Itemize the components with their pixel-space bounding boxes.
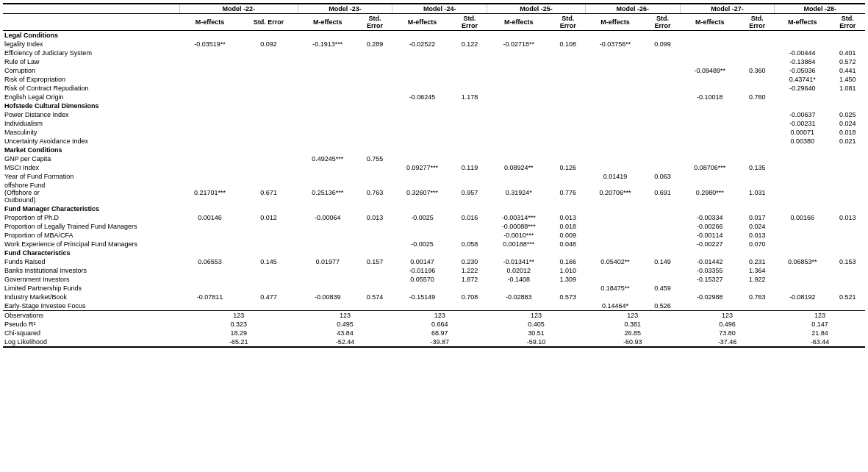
label-rule-of-law: Rule of Law [3, 57, 180, 66]
row-msci: MSCI Index 0.09277*** 0.119 0.08924** 0.… [3, 163, 865, 172]
val: 0.573 [550, 293, 585, 301]
val-r2-24: 0.664 [392, 320, 487, 329]
val: -0.00064 [298, 213, 357, 222]
row-uncertainty: Uncertainty Avoidance Index 0.00380 0.02… [3, 137, 865, 146]
val: 0.126 [550, 163, 585, 172]
model-28-header: Model -28- [775, 4, 865, 14]
val: -0.15327 [680, 275, 739, 284]
val: 0.755 [357, 154, 392, 163]
val: 0.058 [452, 240, 487, 248]
val: -0.0025 [392, 240, 452, 248]
val: 0.526 [645, 301, 680, 311]
row-english-legal: English Legal Origin -0.06245 1.178 -0.1… [3, 93, 865, 101]
val: -0.03355 [680, 266, 739, 275]
val: 0.063 [645, 172, 680, 181]
val: -0.05036 [775, 66, 831, 75]
val: -0.15149 [392, 293, 452, 301]
val: 0.122 [452, 40, 487, 49]
row-efficiency: Efficiency of Judiciary System -0.00444 … [3, 49, 865, 57]
val-obs-22: 123 [180, 311, 298, 321]
label-observations: Observations [3, 311, 180, 321]
val: 1.031 [740, 181, 775, 204]
row-masculinity: Masculinity 0.00071 0.018 [3, 128, 865, 137]
val: 0.092 [240, 40, 298, 49]
val: 0.25136*** [298, 181, 357, 204]
m28-error-header: Std.Error [831, 14, 865, 31]
val [775, 40, 831, 49]
val: 0.574 [357, 293, 392, 301]
val: 0.477 [240, 293, 298, 301]
regression-table: Model -22- Model -23- Model -24- Model -… [3, 3, 865, 348]
val-obs-24: 123 [392, 311, 487, 321]
val-ll-25: -59.10 [487, 337, 586, 347]
val-ll-23: -52.44 [298, 337, 392, 347]
label-uncertainty: Uncertainty Avoidance Index [3, 137, 180, 146]
val: 0.021 [831, 137, 865, 146]
val: -0.00088*** [487, 222, 550, 231]
model-24-header: Model -24- [392, 4, 487, 14]
val: 0.31924* [487, 181, 550, 204]
val: 0.00147 [392, 257, 452, 266]
section-legal-conditions: Legal Conditions [3, 31, 865, 40]
section-label-fund-manager: Fund Manager Characteristics [3, 204, 865, 213]
val: 0.013 [831, 213, 865, 222]
val-ll-28: -63.44 [775, 337, 865, 347]
label-gnp: GNP per Capita [3, 154, 180, 163]
label-limited: Limited Partnership Funds [3, 284, 180, 293]
val: -0.29640 [775, 84, 831, 93]
val: 0.119 [452, 163, 487, 172]
val: 1.450 [831, 75, 865, 84]
val: -0.02718** [487, 40, 550, 49]
val-obs-25: 123 [487, 311, 586, 321]
val: 0.099 [645, 40, 680, 49]
val: 0.760 [740, 93, 775, 101]
val-obs-27: 123 [680, 311, 775, 321]
label-power-distance: Power Distance Index [3, 110, 180, 119]
val: 0.459 [645, 284, 680, 293]
val: -0.0010*** [487, 231, 550, 240]
val-chi-26: 26.85 [585, 329, 680, 337]
val: 0.05570 [392, 275, 452, 284]
val: 0.43741* [775, 75, 831, 84]
val: 0.013 [550, 213, 585, 222]
row-work-experience: Work Experience of Principal Fund Manage… [3, 240, 865, 248]
section-market: Market Conditions [3, 146, 865, 154]
val: -0.10018 [680, 93, 739, 101]
val: -0.13884 [775, 57, 831, 66]
section-label-legal: Legal Conditions [3, 31, 865, 40]
val: 0.02012 [487, 266, 550, 275]
val: -0.02522 [392, 40, 452, 49]
label-efficiency: Efficiency of Judiciary System [3, 49, 180, 57]
val-chi-24: 68.97 [392, 329, 487, 337]
val: 0.14464* [585, 301, 645, 311]
row-banks: Banks Institutional Investors -0.01196 1… [3, 266, 865, 275]
section-fund-manager: Fund Manager Characteristics [3, 204, 865, 213]
label-msci: MSCI Index [3, 163, 180, 172]
model-22-header: Model -22- [180, 4, 298, 14]
val: 0.108 [550, 40, 585, 49]
val-r2-27: 0.496 [680, 320, 775, 329]
label-work-experience: Work Experience of Principal Fund Manage… [3, 240, 180, 248]
row-legality-index: legality Index -0.03519** 0.092 -0.1913*… [3, 40, 865, 49]
val: 0.00380 [775, 137, 831, 146]
val: -0.08192 [775, 293, 831, 301]
val-ll-22: -65.21 [180, 337, 298, 347]
row-rule-of-law: Rule of Law -0.13884 0.572 [3, 57, 865, 66]
val: -0.0025 [392, 213, 452, 222]
row-repudiation: Risk of Contract Repudiation -0.29640 1.… [3, 84, 865, 93]
val: 1.872 [452, 275, 487, 284]
val: -0.03519** [180, 40, 240, 49]
val: 0.166 [550, 257, 585, 266]
val: 0.013 [357, 213, 392, 222]
val: 0.00071 [775, 128, 831, 137]
row-early-stage: Early-Stage Investee Focus 0.14464* 0.52… [3, 301, 865, 311]
empty-corner [3, 4, 180, 14]
row-pseudo-r2: Pseudo R² 0.323 0.495 0.664 0.405 0.381 … [3, 320, 865, 329]
val: 0.012 [240, 213, 298, 222]
val-ll-24: -39.87 [392, 337, 487, 347]
model-26-header: Model -26- [585, 4, 680, 14]
m26-effects-header: M-effects [585, 14, 645, 31]
m23-error-header: Std.Error [357, 14, 392, 31]
label-funds-raised: Funds Raised [3, 257, 180, 266]
val: 1.178 [452, 93, 487, 101]
